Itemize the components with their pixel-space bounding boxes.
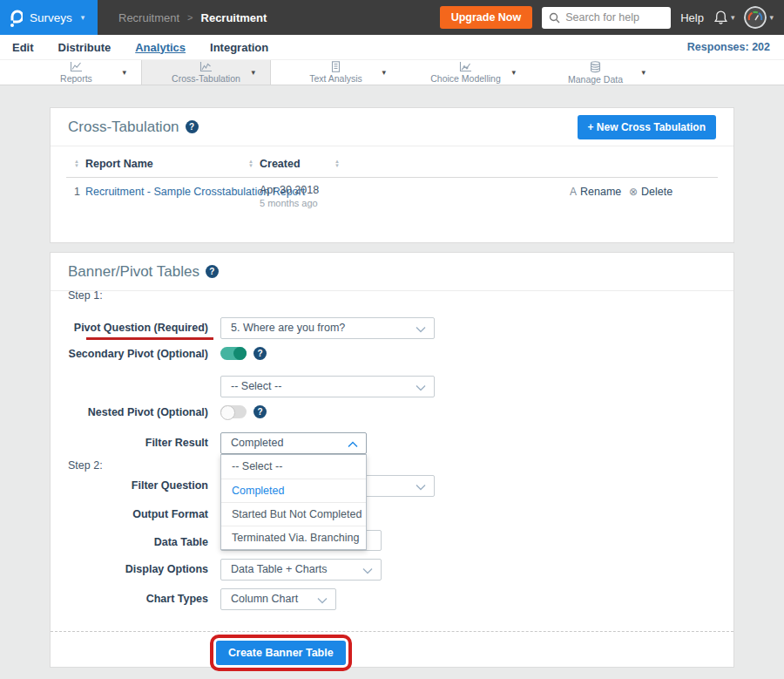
delete-button[interactable]: ⊗Delete xyxy=(629,186,672,198)
rename-icon: A xyxy=(570,186,577,198)
cross-tabulation-header: Cross-Tabulation ? + New Cross Tabulatio… xyxy=(51,108,733,146)
dashed-divider xyxy=(51,631,733,632)
tab-reports[interactable]: Reports ▾ xyxy=(11,60,141,85)
display-options-select[interactable]: Data Table + Charts xyxy=(220,559,382,581)
dropdown-option[interactable]: -- Select -- xyxy=(221,455,366,479)
data-table-label: Data Table xyxy=(51,532,208,553)
cross-tabulation-card: Cross-Tabulation ? + New Cross Tabulatio… xyxy=(50,107,734,243)
help-link[interactable]: Help xyxy=(680,11,704,24)
pivot-question-label: Pivot Question (Required) xyxy=(51,317,208,339)
output-format-label: Output Format xyxy=(51,504,208,526)
product-switcher-label: Surveys xyxy=(30,11,72,24)
banner-pivot-header: Banner/Pivot Tables ? xyxy=(51,253,733,291)
breadcrumb: Recruitment > Recruitment xyxy=(118,11,267,24)
nav-distribute[interactable]: Distribute xyxy=(58,41,112,54)
surveys-menu[interactable]: Surveys ▾ xyxy=(0,0,98,35)
notifications-button[interactable]: ▾ xyxy=(713,10,735,25)
search-icon xyxy=(549,12,560,24)
chevron-down-icon xyxy=(362,567,373,574)
rename-button[interactable]: ARename xyxy=(570,186,621,198)
step2-label: Step 2: xyxy=(68,459,103,472)
help-icon[interactable]: ? xyxy=(253,405,267,418)
annotation-highlight-ring: Create Banner Table xyxy=(210,635,352,671)
created-ago: 5 months ago xyxy=(260,198,318,208)
tab-manage-data[interactable]: Manage Data ▾ xyxy=(531,60,660,85)
dropdown-option-selected[interactable]: Completed xyxy=(221,479,366,502)
nested-pivot-label: Nested Pivot (Optional) xyxy=(51,405,208,419)
filter-result-select[interactable]: Completed xyxy=(220,432,367,454)
tab-dropdown-caret[interactable]: ▾ xyxy=(641,68,645,77)
help-icon[interactable]: ? xyxy=(253,347,267,360)
dropdown-option[interactable]: Started But Not Completed xyxy=(221,502,366,526)
chevron-down-icon xyxy=(416,326,426,333)
delete-icon: ⊗ xyxy=(629,186,638,198)
column-created[interactable]: Created xyxy=(260,158,301,170)
chart-types-label: Chart Types xyxy=(51,588,208,610)
chevron-down-icon xyxy=(317,597,328,604)
nav-integration[interactable]: Integration xyxy=(210,41,268,54)
help-icon[interactable]: ? xyxy=(206,265,219,278)
secondary-pivot-label: Secondary Pivot (Optional) xyxy=(51,347,208,361)
banner-pivot-card: Banner/Pivot Tables ? Step 1: Pivot Ques… xyxy=(50,252,734,668)
database-icon xyxy=(589,61,602,73)
questionpro-logo-icon xyxy=(8,8,23,28)
chevron-down-icon xyxy=(416,384,426,391)
bell-icon xyxy=(713,10,728,25)
content-area: Cross-Tabulation ? + New Cross Tabulatio… xyxy=(0,85,784,668)
chevron-down-icon: ▾ xyxy=(769,13,774,22)
chevron-up-icon xyxy=(348,441,358,448)
nav-analytics[interactable]: Analytics xyxy=(135,41,186,54)
table-divider xyxy=(66,177,718,178)
filter-result-label: Filter Result xyxy=(51,432,208,454)
line-chart-icon xyxy=(70,61,83,72)
choice-chart-icon xyxy=(459,61,472,72)
tab-choice-modelling[interactable]: Choice Modelling ▾ xyxy=(401,60,531,85)
analytics-tab-bar: Reports ▾ Cross-Tabulation ▾ Text Analys… xyxy=(0,59,784,85)
chevron-down-icon: ▾ xyxy=(731,13,735,22)
sort-icon[interactable]: ▲▼ xyxy=(335,160,340,168)
avatar xyxy=(744,6,767,29)
pivot-question-select[interactable]: 5. Where are you from? xyxy=(220,317,435,339)
tab-dropdown-caret[interactable]: ▾ xyxy=(382,68,386,77)
nav-edit[interactable]: Edit xyxy=(12,41,34,54)
tab-text-analysis[interactable]: Text Analysis ▾ xyxy=(271,60,401,85)
display-options-label: Display Options xyxy=(51,559,208,581)
top-bar: Surveys ▾ Recruitment > Recruitment Upgr… xyxy=(0,0,784,35)
annotation-underline xyxy=(86,337,213,340)
crosstab-chart-icon xyxy=(199,61,213,72)
help-search xyxy=(542,7,671,29)
sort-icon[interactable]: ▲▼ xyxy=(248,160,253,168)
account-menu[interactable]: ▾ xyxy=(744,6,774,29)
filter-question-label: Filter Question xyxy=(51,475,208,497)
chevron-down-icon xyxy=(416,484,426,491)
upgrade-now-button[interactable]: Upgrade Now xyxy=(440,6,533,29)
section-title: Cross-Tabulation xyxy=(68,119,179,136)
tab-dropdown-caret[interactable]: ▾ xyxy=(122,68,126,77)
section-title: Banner/Pivot Tables xyxy=(68,263,199,281)
step1-label: Step 1: xyxy=(68,289,103,302)
create-banner-table-button[interactable]: Create Banner Table xyxy=(216,641,346,665)
breadcrumb-parent[interactable]: Recruitment xyxy=(118,11,179,24)
tab-dropdown-caret[interactable]: ▾ xyxy=(511,68,516,77)
secondary-pivot-toggle[interactable] xyxy=(220,347,247,360)
dropdown-option[interactable]: Terminated Via. Branching xyxy=(221,526,366,549)
nested-pivot-toggle[interactable] xyxy=(220,405,247,418)
tab-dropdown-caret[interactable]: ▾ xyxy=(251,68,255,77)
chart-types-select[interactable]: Column Chart xyxy=(220,588,336,610)
column-report-name[interactable]: Report Name xyxy=(85,158,153,170)
created-date: Apr 30 2018 xyxy=(260,184,319,196)
top-bar-actions: Upgrade Now Help ▾ ▾ xyxy=(440,6,784,29)
row-index: 1 xyxy=(74,186,80,198)
chevron-down-icon: ▾ xyxy=(81,13,85,22)
help-icon[interactable]: ? xyxy=(186,120,199,133)
survey-nav: Edit Distribute Analytics Integration Re… xyxy=(0,35,784,59)
sort-icon[interactable]: ▲▼ xyxy=(74,160,79,168)
breadcrumb-separator: > xyxy=(187,12,193,23)
responses-count[interactable]: Responses: 202 xyxy=(687,41,770,53)
new-cross-tabulation-button[interactable]: + New Cross Tabulation xyxy=(578,115,716,139)
filter-result-dropdown: -- Select -- Completed Started But Not C… xyxy=(220,454,367,550)
breadcrumb-current: Recruitment xyxy=(201,11,267,24)
secondary-pivot-select[interactable]: -- Select -- xyxy=(220,376,435,397)
tab-cross-tabulation[interactable]: Cross-Tabulation ▾ xyxy=(141,60,271,85)
search-input[interactable] xyxy=(542,7,671,29)
